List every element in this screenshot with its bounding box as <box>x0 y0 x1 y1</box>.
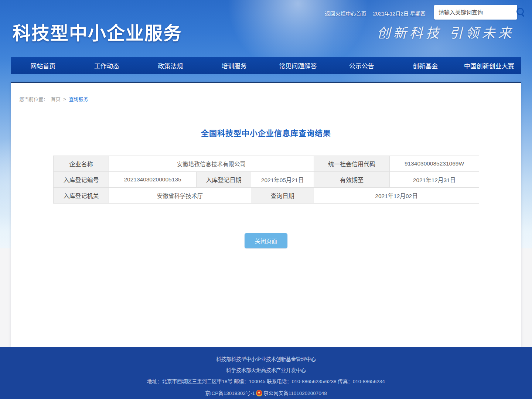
main-nav: 网站首页 工作动态 政策法规 培训服务 常见问题解答 公示公告 创新基金 中国创… <box>11 57 521 74</box>
icp-license-link[interactable]: 京ICP备13019302号-1 <box>205 391 255 396</box>
public-security-badge-icon <box>256 390 262 396</box>
public-security-link[interactable]: 京公网安备11010202007048 <box>263 391 327 396</box>
credit-code-label: 统一社会信用代码 <box>314 156 390 172</box>
page-footer: 科技部科技型中小企业技术创新基金管理中心 科学技术部火炬高技术产业开发中心 地址… <box>0 347 532 399</box>
company-name-value: 安徽塔孜信息技术有限公司 <box>109 156 314 172</box>
nav-item-competition[interactable]: 中国创新创业大赛 <box>457 57 521 74</box>
query-date-label: 查询日期 <box>251 188 314 204</box>
valid-until-label: 有效期至 <box>314 172 390 188</box>
breadcrumb-prefix: 您当前位置： <box>19 96 48 102</box>
search-icon[interactable] <box>514 6 527 18</box>
registration-date-value: 2021年05月21日 <box>251 172 314 188</box>
footer-icp-line: 京ICP备13019302号-1京公网安备11010202007048 <box>0 390 532 396</box>
nav-item-announcements[interactable]: 公示公告 <box>330 57 394 74</box>
footer-org-line1: 科技部科技型中小企业技术创新基金管理中心 <box>0 357 532 362</box>
query-date-value: 2021年12月02日 <box>314 188 479 204</box>
breadcrumb: 您当前位置： 首页 > 查询服务 <box>19 95 513 110</box>
topbar: 返回火炬中心首页 2021年12月2日 星期四 <box>325 10 426 17</box>
registration-date-label: 入库登记日期 <box>197 172 251 188</box>
site-logo: 科技型中小企业服务 <box>13 18 182 45</box>
close-page-button[interactable]: 关闭页面 <box>245 233 287 248</box>
breadcrumb-current-link[interactable]: 查询服务 <box>69 96 88 102</box>
nav-item-training[interactable]: 培训服务 <box>202 57 266 74</box>
valid-until-value: 2021年12月31日 <box>390 172 479 188</box>
nav-item-innovation-fund[interactable]: 创新基金 <box>393 57 457 74</box>
nav-item-faq[interactable]: 常见问题解答 <box>266 57 330 74</box>
company-name-label: 企业名称 <box>54 156 109 172</box>
content-panel: 您当前位置： 首页 > 查询服务 全国科技型中小企业信息库查询结果 企业名称 安… <box>11 82 521 347</box>
search-input[interactable] <box>434 9 514 16</box>
site-slogan: 创新科技 引领未来 <box>377 22 514 41</box>
breadcrumb-home-link[interactable]: 首页 <box>51 96 61 102</box>
footer-contact-line: 地址：北京市西城区三里河二区甲18号 邮编：100045 联系电话：010-88… <box>0 379 532 384</box>
torch-home-link[interactable]: 返回火炬中心首页 <box>325 10 366 17</box>
registration-authority-value: 安徽省科学技术厅 <box>109 188 251 204</box>
credit-code-value: 91340300085231069W <box>390 156 479 172</box>
nav-item-policy[interactable]: 政策法规 <box>139 57 202 74</box>
company-info-table: 企业名称 安徽塔孜信息技术有限公司 统一社会信用代码 9134030008523… <box>53 156 479 204</box>
footer-org-line2: 科学技术部火炬高技术产业开发中心 <box>0 368 532 373</box>
registration-number-label: 入库登记编号 <box>54 172 109 188</box>
search-box <box>434 5 517 20</box>
current-date: 2021年12月2日 星期四 <box>373 10 426 17</box>
registration-authority-label: 入库登记机关 <box>54 188 109 204</box>
page-title: 全国科技型中小企业信息库查询结果 <box>11 127 521 138</box>
breadcrumb-separator: > <box>63 96 66 102</box>
nav-item-news[interactable]: 工作动态 <box>75 57 139 74</box>
registration-number-value: 202134030200005135 <box>109 172 197 188</box>
nav-item-home[interactable]: 网站首页 <box>11 57 75 74</box>
